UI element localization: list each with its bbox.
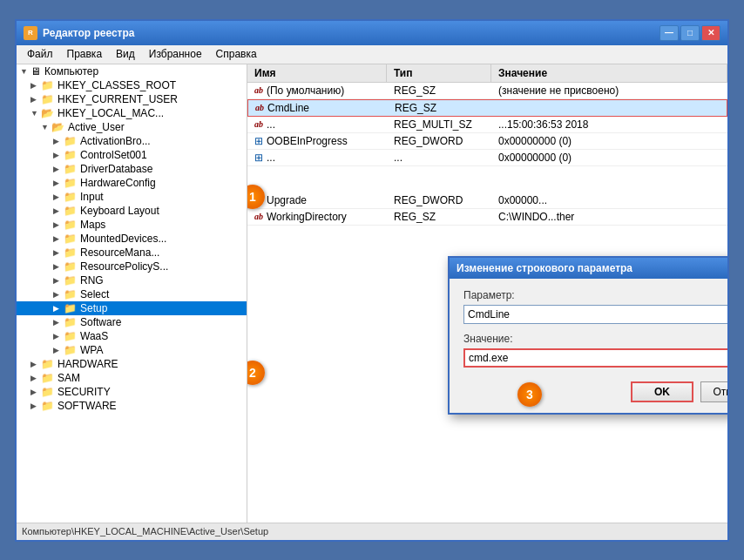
reg-row-oobe[interactable]: ⊞ OOBEInProgress REG_DWORD 0x00000000 (0… <box>247 133 727 150</box>
tree-item-waas[interactable]: ▶ 📁 WaaS <box>17 329 247 343</box>
menu-bar: Файл Правка Вид Избранное Справка <box>17 45 727 64</box>
folder-icon-classes: 📁 <box>41 79 54 91</box>
folder-icon-software2: 📁 <box>41 400 54 412</box>
hash-icon-oobe: ⊞ <box>254 135 263 147</box>
dialog-title-text: Изменение строкового параметра <box>457 262 632 274</box>
tree-item-active-user[interactable]: ▼ 📂 Active_User <box>17 120 247 134</box>
step-3-circle: 3 <box>517 382 542 407</box>
folder-icon-mounted: 📁 <box>64 233 77 245</box>
tree-item-software[interactable]: ▶ 📁 Software <box>17 315 247 329</box>
column-headers: Имя Тип Значение <box>247 64 727 83</box>
tree-item-mounted[interactable]: ▶ 📁 MountedDevices... <box>17 232 247 246</box>
tree-item-hardware2[interactable]: ▶ 📁 HARDWARE <box>17 357 247 371</box>
tree-item-driverdb[interactable]: ▶ 📁 DriverDatabase <box>17 162 247 176</box>
tree-item-controlset[interactable]: ▶ 📁 ControlSet001 <box>17 148 247 162</box>
dialog-title-bar: Изменение строкового параметра ✕ <box>450 258 727 279</box>
folder-icon-hw: 📁 <box>64 177 77 189</box>
minimize-button[interactable]: — <box>659 25 679 41</box>
folder-icon-driver: 📁 <box>64 163 77 175</box>
ab-icon-cmdline: ab <box>255 103 264 112</box>
right-panel-container: Имя Тип Значение ab (По умолчанию) REG_S… <box>247 64 727 523</box>
reg-row-default[interactable]: ab (По умолчанию) REG_SZ (значение не пр… <box>247 83 727 99</box>
folder-icon-control: 📁 <box>64 149 77 161</box>
folder-icon-wpa: 📁 <box>64 344 77 356</box>
folder-icon-sam: 📁 <box>41 372 54 384</box>
folder-icon-security: 📁 <box>41 386 54 398</box>
cancel-button[interactable]: Отмена <box>700 381 727 402</box>
tree-item-resource[interactable]: ▶ 📁 ResourceMana... <box>17 246 247 260</box>
dialog-body: Параметр: Значение: OK Отмена <box>450 279 727 413</box>
tree-item-select[interactable]: ▶ 📁 Select <box>17 287 247 301</box>
folder-icon-current: 📁 <box>41 93 54 105</box>
main-content: ▼ 🖥 Компьютер ▶ 📁 HKEY_CLASSES_ROOT ▶ 📁 … <box>17 64 727 523</box>
menu-file[interactable]: Файл <box>20 46 60 62</box>
tree-panel: ▼ 🖥 Компьютер ▶ 📁 HKEY_CLASSES_ROOT ▶ 📁 … <box>17 64 247 523</box>
window-controls: — □ ✕ <box>659 25 720 41</box>
reg-row-cmdline[interactable]: ab CmdLine REG_SZ <box>247 99 727 117</box>
tree-item-hardware[interactable]: ▶ 📁 HardwareConfig <box>17 176 247 190</box>
folder-icon-policy: 📁 <box>64 260 77 273</box>
menu-edit[interactable]: Правка <box>60 46 110 62</box>
tree-item-software2[interactable]: ▶ 📁 SOFTWARE <box>17 399 247 413</box>
reg-row-multi[interactable]: ab ... REG_MULTI_SZ ...15:00:36:53 2018 <box>247 117 727 133</box>
folder-icon-input: 📁 <box>64 191 77 203</box>
folder-icon-software: 📁 <box>64 316 77 328</box>
tree-item-hkey-classes[interactable]: ▶ 📁 HKEY_CLASSES_ROOT <box>17 78 247 92</box>
menu-favorites[interactable]: Избранное <box>142 46 209 62</box>
value-label: Значение: <box>463 333 727 345</box>
folder-icon-maps: 📁 <box>64 219 77 231</box>
tree-item-wpa[interactable]: ▶ 📁 WPA <box>17 343 247 357</box>
tree-item-security[interactable]: ▶ 📁 SECURITY <box>17 385 247 399</box>
param-input[interactable] <box>463 305 727 324</box>
app-icon: R <box>24 26 37 40</box>
folder-icon-local: 📂 <box>41 107 54 119</box>
tree-item-maps[interactable]: ▶ 📁 Maps <box>17 218 247 232</box>
tree-item-setup[interactable]: ▶ 📁 Setup <box>17 301 247 315</box>
close-button[interactable]: ✕ <box>701 25 720 41</box>
folder-icon-keyboard: 📁 <box>64 205 77 217</box>
tree-item-sam[interactable]: ▶ 📁 SAM <box>17 371 247 385</box>
folder-icon-waas: 📁 <box>64 330 77 342</box>
col-value: Значение <box>491 64 727 82</box>
tree-item-input[interactable]: ▶ 📁 Input <box>17 190 247 204</box>
title-bar: R Редактор реестра — □ ✕ <box>17 21 727 45</box>
ab-icon-working: ab <box>254 212 263 221</box>
reg-row-system[interactable]: ⊞ ... ... 0x00000000 (0) <box>247 150 727 166</box>
tree-item-activation[interactable]: ▶ 📁 ActivationBro... <box>17 134 247 148</box>
string-edit-dialog: Изменение строкового параметра ✕ Парамет… <box>448 256 727 415</box>
reg-row-working[interactable]: ab WorkingDirectory REG_SZ C:\WINDO...th… <box>247 209 727 226</box>
folder-icon-rng: 📁 <box>64 274 77 287</box>
folder-icon-hardware2: 📁 <box>41 358 54 370</box>
tree-item-rng[interactable]: ▶ 📁 RNG <box>17 273 247 287</box>
arrow-computer: ▼ <box>20 67 30 76</box>
menu-help[interactable]: Справка <box>209 46 264 62</box>
status-path: Компьютер\HKEY_LOCAL_MACHINE\Active_User… <box>22 526 268 536</box>
value-input[interactable] <box>463 348 727 368</box>
computer-icon: 🖥 <box>30 65 41 78</box>
tree-item-resource-policy[interactable]: ▶ 📁 ResourcePolicyS... <box>17 260 247 273</box>
col-name: Имя <box>247 64 387 82</box>
reg-row-upgrade[interactable]: ⊞ Upgrade REG_DWORD 0x00000... <box>247 192 727 209</box>
param-label: Параметр: <box>463 289 727 301</box>
col-type: Тип <box>387 64 491 82</box>
gap-area <box>247 166 727 192</box>
dialog-buttons: OK Отмена <box>463 381 727 402</box>
registry-editor-window: R Редактор реестра — □ ✕ Файл Правка Вид… <box>15 19 729 542</box>
status-bar: Компьютер\HKEY_LOCAL_MACHINE\Active_User… <box>17 523 727 540</box>
ab-icon-multi: ab <box>254 119 263 129</box>
tree-item-computer[interactable]: ▼ 🖥 Компьютер <box>17 64 247 78</box>
folder-icon-activation: 📁 <box>64 135 77 147</box>
ok-button[interactable]: OK <box>631 381 693 402</box>
menu-view[interactable]: Вид <box>109 46 142 62</box>
ab-icon-default: ab <box>254 85 263 95</box>
folder-icon-setup: 📁 <box>64 302 77 314</box>
folder-icon-active: 📂 <box>51 121 64 133</box>
maximize-button[interactable]: □ <box>680 25 700 41</box>
tree-item-keyboard[interactable]: ▶ 📁 Keyboard Layout <box>17 204 247 218</box>
folder-icon-select: 📁 <box>64 288 77 300</box>
hash-icon-system: ⊞ <box>254 152 263 164</box>
tree-item-hkey-local[interactable]: ▼ 📂 HKEY_LOCAL_MAC... <box>17 106 247 120</box>
tree-item-hkey-current[interactable]: ▶ 📁 HKEY_CURRENT_USER <box>17 92 247 106</box>
window-title: Редактор реестра <box>43 27 659 39</box>
folder-icon-resource: 📁 <box>64 246 77 259</box>
